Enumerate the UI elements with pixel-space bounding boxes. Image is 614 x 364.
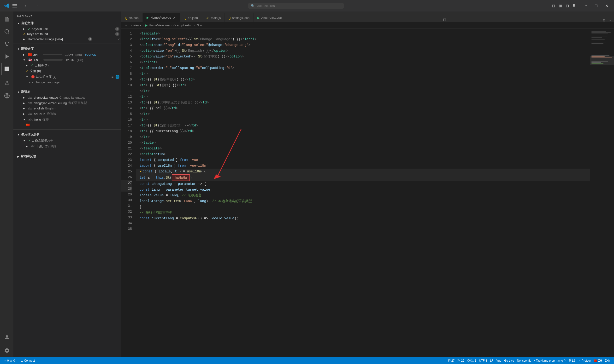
tree-english[interactable]: ▶ abc english English	[14, 106, 121, 111]
status-line-ending[interactable]: LF	[489, 359, 494, 363]
tree-key-type2: abc	[28, 101, 32, 105]
status-version[interactable]: 5.1.3	[568, 359, 577, 363]
tree-haHaHa[interactable]: ▶ abc haHaHa 哈哈哈	[14, 111, 121, 117]
tab-main-js[interactable]: JS main.js	[202, 13, 225, 22]
tab-zh-json[interactable]: {} zh.json	[121, 13, 143, 22]
code-line-20: </table>	[136, 140, 590, 146]
status-tag-name[interactable]: <TagName prop-name />	[533, 359, 567, 363]
breadcrumb-script[interactable]: {} script setup	[173, 24, 192, 27]
maximize-button[interactable]: □	[593, 3, 599, 9]
zh-flag-label: 🇨🇳 ZH	[594, 359, 602, 362]
usage-key-type: abc	[31, 145, 35, 148]
activity-i18n[interactable]	[1, 90, 13, 102]
tab-more-button[interactable]: ⊟	[440, 17, 449, 22]
close-button[interactable]: ✕	[603, 3, 610, 9]
connect-label: Connect	[24, 359, 35, 362]
tab-aboutview-vue[interactable]: ▶ AboutView.vue	[253, 13, 286, 22]
section-current-file-title[interactable]: ▼ 当前文件	[14, 20, 121, 26]
svg-rect-18	[591, 34, 608, 34]
translation-tree-title[interactable]: ▼ 翻译树	[14, 89, 121, 95]
more-actions-icon[interactable]: ···	[609, 18, 614, 22]
list-icon[interactable]: ≡	[112, 75, 113, 79]
sidebar-header: I18N ALLY	[14, 12, 121, 20]
code-content[interactable]: <template> <label for="lang-select">{{ $…	[136, 29, 590, 357]
activity-extensions[interactable]	[1, 63, 13, 75]
keys-not-found-item[interactable]: ⚠ Keys not found 0	[14, 31, 121, 36]
search-input[interactable]	[257, 4, 341, 8]
svg-point-0	[5, 29, 9, 33]
lang-en-item[interactable]: ▼ 🇺🇸 EN 12.5% (1/8)	[14, 57, 121, 63]
missing-item[interactable]: ▼ 🔴 缺失的文案 (7) ≡ 🌐	[14, 74, 121, 80]
empty-values-item[interactable]: ⚠ 空值 (0)	[14, 68, 121, 74]
svg-marker-5	[5, 54, 9, 59]
status-spaces[interactable]: 空格: 2	[466, 359, 477, 363]
status-encoding[interactable]: UTF-8	[478, 359, 488, 363]
tree-changeLanguage[interactable]: ▶ abc changeLanguage Change language:	[14, 95, 121, 100]
activity-run[interactable]	[1, 51, 13, 62]
customize-layout-icon[interactable]: ⠿	[573, 4, 576, 8]
activity-git[interactable]	[1, 38, 13, 50]
keys-in-use-item[interactable]: ▶ ✓ Keys in use 8	[14, 26, 121, 31]
warning-dot: ●	[140, 169, 141, 174]
activity-test[interactable]	[1, 78, 13, 89]
minimize-button[interactable]: −	[583, 3, 589, 9]
en-lang-code: EN	[34, 58, 41, 62]
search-bar: 🔍	[40, 3, 552, 9]
activity-explorer[interactable]	[1, 13, 13, 25]
tree-key4: haHaHa	[34, 112, 45, 116]
svg-marker-14	[214, 174, 221, 179]
status-go-live[interactable]: Go Live	[503, 359, 515, 363]
tab-en-json[interactable]: {} en.json	[180, 13, 202, 22]
status-prettier[interactable]: ✓ Prettier	[578, 359, 592, 363]
version-label: 5.1.3	[569, 359, 576, 362]
tab-close-homeview[interactable]: ✕	[172, 15, 176, 20]
layout2-icon[interactable]: ⊞	[559, 4, 562, 8]
hard-coded-item[interactable]: ▶ Hard-coded strings [beta] 0 ?	[14, 36, 121, 42]
tree-dangQian[interactable]: ▶ abc dangQianYuYanLeiXing 当前语言类型	[14, 100, 121, 106]
breadcrumb-homeview[interactable]: HomeView.vue	[149, 24, 169, 27]
activity-search[interactable]	[1, 26, 13, 37]
section-translation-progress: ▼ 翻译进度 ▶ 🇨🇳 ZH 100% (8/8) SOURCE ▼ 🇺🇸 EN	[14, 46, 121, 85]
translation-progress-title[interactable]: ▼ 翻译进度	[14, 46, 121, 52]
menu-icon[interactable]	[13, 3, 18, 9]
globe-icon[interactable]: 🌐	[115, 75, 119, 79]
breadcrumb-views[interactable]: views	[133, 24, 141, 27]
status-zh-flag[interactable]: 🇨🇳 ZH	[593, 359, 603, 363]
expand-en-icon: ▼	[23, 59, 26, 61]
chevron-icon4: ▼	[17, 133, 20, 136]
chevron-icon3: ▼	[17, 91, 20, 93]
tree-hello[interactable]: ▼ abc hello 你好	[14, 117, 121, 122]
breadcrumb-a[interactable]: ⚙ a	[196, 24, 202, 27]
breadcrumb-src[interactable]: src	[125, 24, 129, 27]
tree-hello-sub[interactable]: 🇨🇳 ...	[14, 122, 121, 127]
layout3-icon[interactable]: ⊡	[566, 4, 569, 8]
translation-progress-label: 翻译进度	[21, 47, 34, 51]
code-line-35: const currentLang = computed(() => local…	[136, 216, 590, 221]
search-input-wrap[interactable]: 🔍	[248, 3, 344, 9]
usage-title[interactable]: ▼ 使用情况分析	[14, 131, 121, 138]
activity-settings[interactable]	[1, 345, 13, 356]
missing-sub-item[interactable]: abc change_language...	[14, 80, 121, 85]
nav-back-button[interactable]: ←	[22, 2, 30, 9]
translated-item[interactable]: ▶ ✓ 已翻译 (1)	[14, 63, 121, 68]
status-right: 行 27，列 26 空格: 2 UTF-8 LF Vue Go Live No …	[447, 359, 611, 363]
status-tsconfig[interactable]: No tsconfig	[516, 359, 532, 363]
tab-homeview-vue[interactable]: ▶ HomeView.vue ✕	[143, 13, 180, 22]
tab-settings-json[interactable]: {} settings.json	[225, 13, 253, 22]
status-zh-text[interactable]: ZH↑	[604, 359, 611, 363]
status-errors[interactable]: ✕ 0 ⚠ 0	[3, 359, 16, 362]
status-position[interactable]: 行 27，列 26	[447, 359, 465, 363]
help-feedback-title[interactable]: ▶ 帮助和反馈	[14, 153, 121, 159]
keys-in-use-label: Keys in use	[32, 27, 48, 31]
nav-forward-button[interactable]: →	[32, 2, 40, 9]
activity-account[interactable]	[1, 331, 13, 343]
tree-val2: 当前语言类型	[68, 101, 87, 105]
layout-icon[interactable]: ⊟	[552, 4, 555, 8]
tree-sub-label: 🇨🇳 ...	[26, 123, 33, 127]
usage-hello-item[interactable]: ▶ abc hello (7) 你好	[14, 143, 121, 149]
lang-zh-item[interactable]: ▶ 🇨🇳 ZH 100% (8/8) SOURCE	[14, 52, 121, 57]
status-connect[interactable]: ⊆ Connect	[20, 359, 36, 362]
usage-count-item[interactable]: ▼ ✓ 1 条文案使用中	[14, 138, 121, 143]
status-language[interactable]: Vue	[495, 359, 502, 363]
split-editor-icon[interactable]: ⊡	[603, 18, 609, 22]
